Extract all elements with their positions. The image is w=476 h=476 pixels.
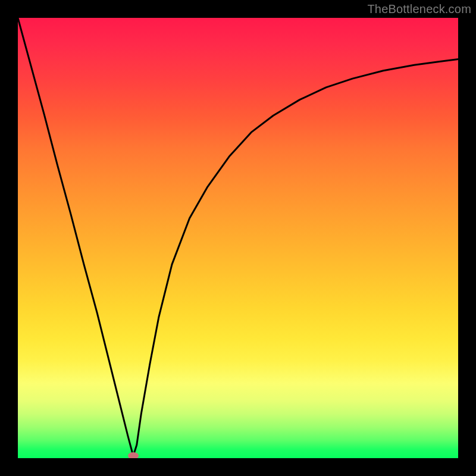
watermark-text: TheBottleneck.com	[367, 2, 471, 16]
minimum-marker	[128, 452, 139, 458]
curve-layer	[18, 18, 458, 458]
plot-area	[18, 18, 458, 458]
chart-frame: TheBottleneck.com	[0, 0, 476, 476]
bottleneck-curve	[18, 18, 458, 456]
